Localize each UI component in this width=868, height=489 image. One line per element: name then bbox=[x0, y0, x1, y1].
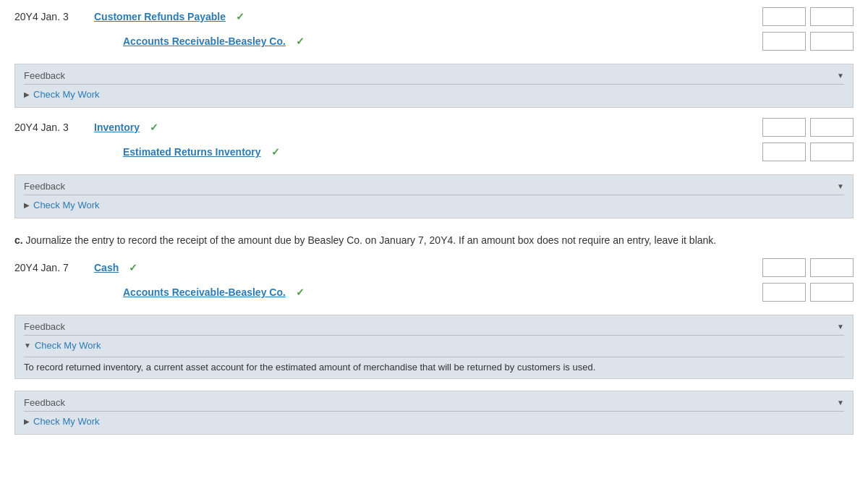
part-c-label: c. bbox=[14, 234, 23, 246]
feedback-triangle-2: ▼ bbox=[837, 182, 844, 190]
feedback-box-2: Feedback ▼ ▶ Check My Work bbox=[14, 174, 854, 218]
feedback-text-c: Feedback bbox=[24, 321, 65, 332]
feedback-box-c: Feedback ▼ ▼ Check My Work To record ret… bbox=[14, 315, 854, 379]
checkmark-customer-refunds: ✓ bbox=[236, 11, 244, 22]
input-group-ar-beasley-1 bbox=[748, 32, 854, 51]
credit-input-inventory[interactable] bbox=[810, 118, 854, 137]
feedback-label-2: Feedback ▼ bbox=[24, 181, 844, 192]
credit-input-ar-beasley-1[interactable] bbox=[810, 32, 854, 51]
entry-row-ar-beasley-1: Accounts Receivable-Beasley Co. ✓ bbox=[14, 32, 854, 51]
entry-row-cash: 20Y4 Jan. 7 Cash ✓ bbox=[14, 258, 854, 277]
section-b2: 20Y4 Jan. 3 Inventory ✓ Estimated Return… bbox=[14, 118, 854, 161]
instruction-c: c. Journalize the entry to record the re… bbox=[14, 233, 854, 248]
input-group-customer-refunds bbox=[748, 7, 854, 26]
instruction-c-text: Journalize the entry to record the recei… bbox=[26, 234, 717, 246]
section-b-top: 20Y4 Jan. 3 Customer Refunds Payable ✓ A… bbox=[14, 7, 854, 51]
debit-input-ar-beasley-1[interactable] bbox=[762, 32, 806, 51]
feedback-text-2: Feedback bbox=[24, 181, 65, 192]
feedback-label-c: Feedback ▼ bbox=[24, 321, 844, 332]
date-20y4-jan3-1: 20Y4 Jan. 3 bbox=[14, 11, 94, 22]
debit-input-customer-refunds[interactable] bbox=[762, 7, 806, 26]
check-my-work-2[interactable]: ▶ Check My Work bbox=[24, 195, 844, 212]
arrow-icon-1: ▶ bbox=[24, 90, 30, 98]
checkmark-inventory: ✓ bbox=[150, 122, 158, 133]
credit-input-ar-beasley-2[interactable] bbox=[810, 283, 854, 302]
account-link-estimated-returns[interactable]: Estimated Returns Inventory bbox=[123, 146, 261, 158]
feedback-text-d: Feedback bbox=[24, 397, 65, 408]
account-link-ar-beasley-1[interactable]: Accounts Receivable-Beasley Co. bbox=[123, 35, 286, 47]
check-my-work-d[interactable]: ▶ Check My Work bbox=[24, 411, 844, 428]
account-link-inventory[interactable]: Inventory bbox=[94, 122, 140, 133]
input-group-cash bbox=[748, 258, 854, 277]
input-group-ar-beasley-2 bbox=[748, 283, 854, 302]
checkmark-ar-beasley-1: ✓ bbox=[296, 35, 305, 47]
feedback-label-1: Feedback ▼ bbox=[24, 70, 844, 81]
feedback-label-d: Feedback ▼ bbox=[24, 397, 844, 408]
section-c: 20Y4 Jan. 7 Cash ✓ Accounts Receivable-B… bbox=[14, 258, 854, 302]
checkmark-cash: ✓ bbox=[129, 262, 137, 273]
debit-input-inventory[interactable] bbox=[762, 118, 806, 137]
feedback-box-1: Feedback ▼ ▶ Check My Work bbox=[14, 64, 854, 108]
feedback-text-1: Feedback bbox=[24, 70, 65, 81]
feedback-triangle-1: ▼ bbox=[837, 72, 844, 80]
account-link-ar-beasley-2[interactable]: Accounts Receivable-Beasley Co. bbox=[123, 286, 286, 298]
entry-row-inventory: 20Y4 Jan. 3 Inventory ✓ bbox=[14, 118, 854, 137]
check-my-work-c[interactable]: ▼ Check My Work bbox=[24, 335, 844, 352]
check-my-work-1[interactable]: ▶ Check My Work bbox=[24, 84, 844, 101]
entry-row-estimated-returns: Estimated Returns Inventory ✓ bbox=[14, 143, 854, 161]
arrow-icon-d: ▶ bbox=[24, 417, 30, 425]
date-20y4-jan7: 20Y4 Jan. 7 bbox=[14, 262, 94, 273]
credit-input-cash[interactable] bbox=[810, 258, 854, 277]
feedback-triangle-d: ▼ bbox=[837, 399, 844, 407]
credit-input-customer-refunds[interactable] bbox=[810, 7, 854, 26]
date-20y4-jan3-2: 20Y4 Jan. 3 bbox=[14, 122, 94, 133]
entry-row-customer-refunds: 20Y4 Jan. 3 Customer Refunds Payable ✓ bbox=[14, 7, 854, 26]
credit-input-estimated-returns[interactable] bbox=[810, 143, 854, 161]
arrow-icon-c: ▼ bbox=[24, 341, 31, 349]
input-group-estimated-returns bbox=[748, 143, 854, 161]
check-my-work-label-d: Check My Work bbox=[33, 416, 100, 427]
account-link-cash[interactable]: Cash bbox=[94, 262, 119, 273]
arrow-icon-2: ▶ bbox=[24, 201, 30, 209]
debit-input-ar-beasley-2[interactable] bbox=[762, 283, 806, 302]
feedback-explanation-text: To record returned inventory, a current … bbox=[24, 357, 844, 373]
debit-input-cash[interactable] bbox=[762, 258, 806, 277]
check-my-work-label-2: Check My Work bbox=[33, 200, 100, 211]
checkmark-estimated-returns: ✓ bbox=[271, 146, 280, 158]
debit-input-estimated-returns[interactable] bbox=[762, 143, 806, 161]
feedback-triangle-c: ▼ bbox=[837, 323, 844, 331]
account-link-customer-refunds[interactable]: Customer Refunds Payable bbox=[94, 11, 226, 22]
check-my-work-label-1: Check My Work bbox=[33, 89, 100, 100]
input-group-inventory bbox=[748, 118, 854, 137]
entry-row-ar-beasley-2: Accounts Receivable-Beasley Co. ✓ bbox=[14, 283, 854, 302]
checkmark-ar-beasley-2: ✓ bbox=[296, 286, 305, 298]
check-my-work-label-c: Check My Work bbox=[35, 340, 101, 351]
feedback-box-d: Feedback ▼ ▶ Check My Work bbox=[14, 391, 854, 435]
